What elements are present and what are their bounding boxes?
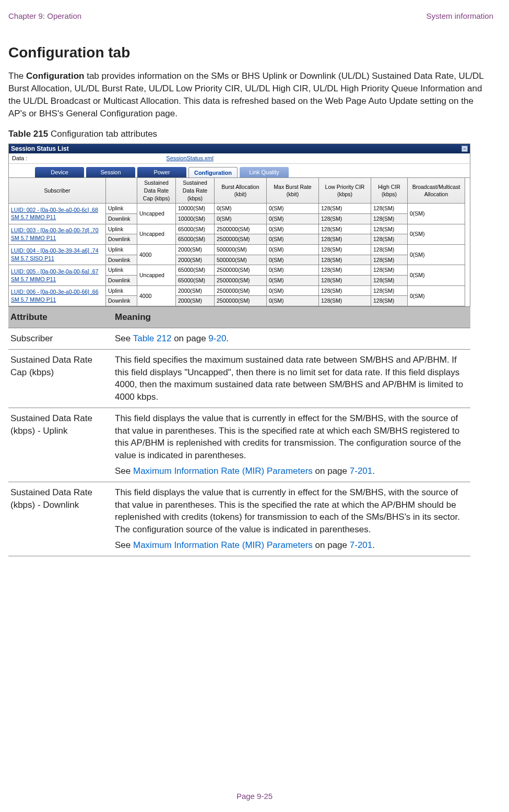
sdr-cell: 2000(SM) (176, 286, 215, 296)
page-title: Configuration tab (8, 42, 493, 63)
intro-strong: Configuration (26, 71, 84, 81)
dir-downlink: Downlink (106, 255, 137, 266)
lcir-cell: 128(SM) (319, 255, 371, 266)
lcir-cell: 128(SM) (319, 276, 371, 286)
mbr-cell: 0(SM) (267, 296, 319, 306)
session-grid: Subscriber Sustained Data Rate Cap (kbps… (9, 177, 470, 306)
subscriber-link[interactable]: LUID: 005 - [0a-00-3e-0a-00-6a] .67 SM 5… (9, 265, 106, 285)
subscriber-link[interactable]: LUID: 004 - [0a-00-3e-39-34-a6] .74 SM 5… (9, 245, 106, 265)
sdr-cell: 65000(SM) (176, 276, 215, 286)
dir-uplink: Uplink (106, 245, 137, 255)
lcir-cell: 128(SM) (319, 214, 371, 224)
hcir-cell: 128(SM) (371, 245, 408, 255)
attr-name: Subscriber (8, 328, 113, 349)
page-footer: Page 9-25 (0, 791, 509, 802)
ba-cell: 500000(SM) (215, 245, 267, 255)
attr-meaning: See Table 212 on page 9-20. (113, 328, 470, 349)
col-subscriber: Subscriber (9, 178, 106, 204)
figure-data-row: Data : SessionStatus.xml (9, 153, 470, 164)
subscriber-link[interactable]: LUID: 002 - [0a-00-3e-a0-00-6c] .68 SM 5… (9, 204, 106, 224)
attr-meaning-p2: See Maximum Information Rate (MIR) Param… (115, 539, 467, 552)
ba-cell: 500000(SM) (215, 255, 267, 266)
tab-session[interactable]: Session (86, 167, 135, 177)
attr-name: Sustained Data Rate (kbps) - Uplink (8, 408, 113, 482)
bma-cell: 0(SM) (408, 224, 465, 245)
page-ref-link[interactable]: 9-20 (208, 333, 226, 343)
page-ref-link[interactable]: 7-201 (350, 466, 372, 476)
subscriber-link[interactable]: LUID: 006 - [0a-00-3e-a0-00-66] .66 SM 5… (9, 286, 106, 306)
dir-downlink: Downlink (106, 214, 137, 224)
mbr-cell: 0(SM) (267, 214, 319, 224)
sdr-cell: 10000(SM) (176, 204, 215, 214)
lcir-cell: 128(SM) (319, 234, 371, 245)
col-max-burst: Max Burst Rate (kbit) (267, 178, 319, 204)
subscriber-link[interactable]: LUID: 003 - [0a-00-3e-a0-00-7d] .70 SM 5… (9, 224, 106, 245)
tab-power[interactable]: Power (137, 167, 186, 177)
table-number: Table 215 (8, 129, 48, 139)
figure-title: Session Status List (11, 145, 69, 153)
attr-meaning: This field specifies the maximum sustain… (113, 349, 470, 408)
session-status-figure: Session Status List − Data : SessionStat… (8, 144, 470, 307)
mir-link[interactable]: Maximum Information Rate (MIR) Parameter… (133, 466, 313, 476)
dir-downlink: Downlink (106, 234, 137, 245)
collapse-icon[interactable]: − (461, 146, 468, 152)
sdr-cell: 2000(SM) (176, 255, 215, 266)
table-ref-link[interactable]: Table 212 (133, 333, 172, 343)
ba-cell: 2500000(SM) (215, 224, 267, 235)
sdr-cell: 65000(SM) (176, 234, 215, 245)
mbr-cell: 0(SM) (267, 265, 319, 276)
lcir-cell: 128(SM) (319, 265, 371, 276)
tab-device[interactable]: Device (35, 167, 84, 177)
mbr-cell: 0(SM) (267, 286, 319, 296)
hcir-cell: 128(SM) (371, 214, 408, 224)
intro-paragraph: The Configuration tab provides informati… (8, 70, 493, 120)
mbr-cell: 0(SM) (267, 224, 319, 235)
sdr-cell: 2000(SM) (176, 296, 215, 306)
figure-titlebar: Session Status List − (9, 144, 470, 153)
hcir-cell: 128(SM) (371, 234, 408, 245)
attr-meaning-p2: See Maximum Information Rate (MIR) Param… (115, 465, 467, 477)
tab-configuration[interactable]: Configuration (188, 167, 238, 177)
hcir-cell: 128(SM) (371, 276, 408, 286)
data-label: Data : (12, 154, 27, 162)
attr-name: Sustained Data Rate (kbps) - Downlink (8, 482, 113, 556)
bma-cell: 0(SM) (408, 286, 465, 306)
hcir-cell: 128(SM) (371, 296, 408, 306)
sdr-cell: 65000(SM) (176, 265, 215, 276)
attr-meaning: This field displays the value that is cu… (113, 482, 470, 556)
table-caption: Table 215 Configuration tab attributes (8, 128, 493, 140)
dir-downlink: Downlink (106, 276, 137, 286)
hcir-cell: 128(SM) (371, 286, 408, 296)
lcir-cell: 128(SM) (319, 286, 371, 296)
col-sdr: Sustained Data Rate (kbps) (176, 178, 215, 204)
sdr-cell: 10000(SM) (176, 214, 215, 224)
col-sdr-cap: Sustained Data Rate Cap (kbps) (137, 178, 176, 204)
cap-cell: Uncapped (137, 265, 176, 285)
attr-head-attribute: Attribute (8, 307, 113, 328)
attr-meaning-p1: This field displays the value that is cu… (115, 486, 467, 536)
mbr-cell: 0(SM) (267, 245, 319, 255)
sdr-cell: 65000(SM) (176, 224, 215, 235)
attr-name: Sustained Data Rate Cap (kbps) (8, 349, 113, 408)
cap-cell: Uncapped (137, 204, 176, 224)
dir-uplink: Uplink (106, 204, 137, 214)
data-link[interactable]: SessionStatus.xml (166, 154, 213, 162)
tab-link-quality[interactable]: Link Quality (240, 167, 289, 177)
page-ref-link[interactable]: 7-201 (350, 540, 372, 550)
ba-cell: 2500000(SM) (215, 286, 267, 296)
mbr-cell: 0(SM) (267, 204, 319, 214)
col-bma: Broadcast/Multicast Allocation (408, 178, 465, 204)
attr-head-meaning: Meaning (113, 307, 470, 328)
col-high-cir: High CIR (kbps) (371, 178, 408, 204)
bma-cell: 0(SM) (408, 204, 465, 224)
ba-cell: 2500000(SM) (215, 276, 267, 286)
lcir-cell: 128(SM) (319, 224, 371, 235)
cap-cell: 4000 (137, 286, 176, 306)
ba-cell: 2500000(SM) (215, 234, 267, 245)
hcir-cell: 128(SM) (371, 224, 408, 235)
col-direction (106, 178, 137, 204)
cap-cell: 4000 (137, 245, 176, 265)
dir-uplink: Uplink (106, 286, 137, 296)
mir-link[interactable]: Maximum Information Rate (MIR) Parameter… (133, 540, 313, 550)
bma-cell: 0(SM) (408, 265, 465, 285)
